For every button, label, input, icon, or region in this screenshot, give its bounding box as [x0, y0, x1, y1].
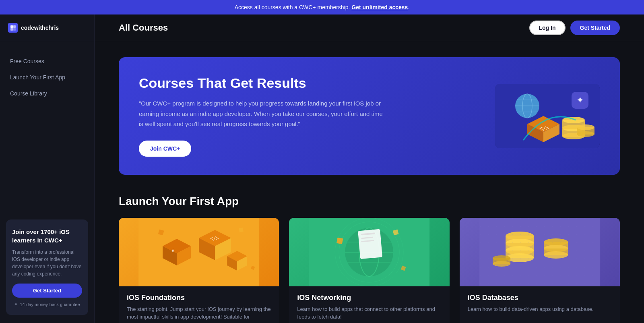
join-cwc-button[interactable]: Join CWC+	[139, 141, 191, 157]
sidebar-get-started-button[interactable]: Get Started	[12, 284, 82, 298]
course-card-image-ios-databases	[460, 218, 620, 286]
content-area: Courses That Get Results "Our CWC+ progr…	[95, 41, 644, 323]
svg-rect-0	[10, 25, 13, 28]
login-button[interactable]: Log In	[529, 21, 566, 35]
course-card-title-ios-foundations: iOS Foundations	[127, 294, 271, 302]
course-card-title-ios-networking: iOS Networking	[297, 294, 441, 302]
course-card-ios-databases[interactable]: iOS Databases Learn how to build data-dr…	[460, 218, 620, 323]
main-layout: codewithchris Free Courses Launch Your F…	[0, 14, 644, 323]
course-card-desc-ios-databases: Learn how to build data-driven apps usin…	[468, 305, 612, 313]
course-card-body-ios-foundations: iOS Foundations The starting point. Jump…	[119, 286, 279, 323]
svg-point-9	[562, 117, 585, 123]
course-grid: 𝔰 </>	[119, 218, 620, 323]
banner-link[interactable]: Get unlimited access	[351, 4, 408, 10]
sidebar-guarantee: ✦ 14-day money-back guarantee	[12, 302, 82, 307]
svg-text:</>: </>	[539, 125, 549, 131]
cwc-plus-banner: Courses That Get Results "Our CWC+ progr…	[119, 57, 620, 175]
cwc-banner-description: "Our CWC+ program is designed to help yo…	[139, 98, 388, 129]
main-header: All Courses Log In Get Started	[95, 14, 644, 41]
svg-rect-37	[239, 228, 244, 232]
sidebar: codewithchris Free Courses Launch Your F…	[0, 14, 95, 323]
course-card-desc-ios-networking: Learn how to build apps that connect to …	[297, 305, 441, 321]
banner-text: Access all courses with a CWC+ membershi…	[235, 4, 350, 10]
logo-icon	[8, 23, 18, 33]
sidebar-cta-description: Transform into a professional iOS develo…	[12, 248, 82, 277]
main-content: All Courses Log In Get Started Courses T…	[95, 14, 644, 323]
svg-text:𝔰: 𝔰	[171, 246, 174, 254]
svg-rect-2	[10, 28, 13, 31]
sidebar-item-course-library[interactable]: Course Library	[0, 85, 94, 101]
header-actions: Log In Get Started	[529, 21, 620, 35]
svg-rect-3	[13, 28, 16, 31]
svg-rect-71	[479, 218, 600, 286]
sidebar-cta-title: Join over 1700+ iOS learners in CWC+	[12, 228, 82, 244]
header-get-started-button[interactable]: Get Started	[570, 21, 620, 35]
logo-text: codewithchris	[21, 25, 59, 31]
cwc-banner-image: </> ✦	[495, 84, 600, 148]
course-card-ios-networking[interactable]: iOS Networking Learn how to build apps t…	[289, 218, 449, 323]
course-card-body-ios-networking: iOS Networking Learn how to build apps t…	[289, 286, 449, 323]
course-card-image-ios-foundations: 𝔰 </>	[119, 218, 279, 286]
top-banner: Access all courses with a CWC+ membershi…	[0, 0, 644, 14]
course-card-ios-foundations[interactable]: 𝔰 </>	[119, 218, 279, 323]
svg-rect-1	[13, 25, 16, 28]
sidebar-item-free-courses[interactable]: Free Courses	[0, 53, 94, 69]
cwc-banner-title: Courses That Get Results	[139, 75, 388, 91]
sidebar-nav: Free Courses Launch Your First App Cours…	[0, 41, 94, 211]
launch-section-title: Launch Your First App	[119, 195, 620, 208]
course-card-body-ios-databases: iOS Databases Learn how to build data-dr…	[460, 286, 620, 321]
launch-section: Launch Your First App	[119, 195, 620, 323]
sidebar-item-launch-first-app[interactable]: Launch Your First App	[0, 69, 94, 85]
sidebar-logo: codewithchris	[0, 14, 94, 41]
sidebar-cta: Join over 1700+ iOS learners in CWC+ Tra…	[6, 219, 88, 315]
svg-point-12	[577, 124, 594, 130]
shield-icon: ✦	[14, 302, 18, 307]
course-card-image-ios-networking	[289, 218, 449, 286]
course-card-desc-ios-foundations: The starting point. Jump start your iOS …	[127, 305, 271, 323]
page-title: All Courses	[119, 23, 168, 33]
course-card-title-ios-databases: iOS Databases	[468, 294, 612, 302]
cwc-banner-content: Courses That Get Results "Our CWC+ progr…	[139, 75, 388, 157]
svg-text:✦: ✦	[576, 95, 584, 105]
svg-text:</>: </>	[210, 236, 219, 241]
